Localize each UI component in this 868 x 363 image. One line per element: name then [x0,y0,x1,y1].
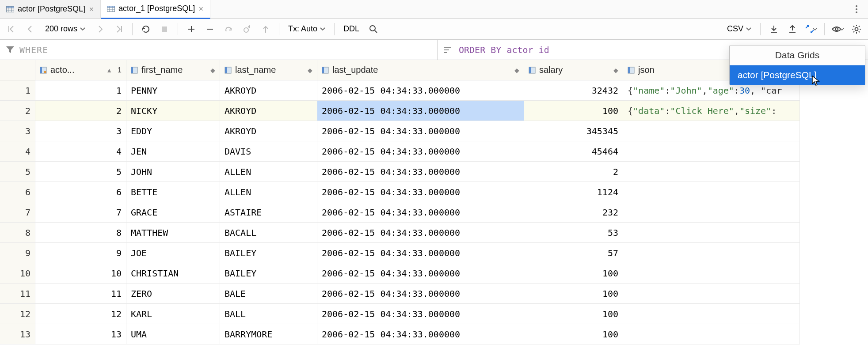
import-button[interactable] [784,21,800,37]
cell-actor-id[interactable]: 3 [35,121,126,141]
row-number[interactable]: 1 [0,80,35,101]
cell-last-update[interactable]: 2006-02-15 04:34:33.000000 [317,101,524,121]
cell-last-name[interactable]: BALE [220,284,317,304]
cell-salary[interactable]: 345345 [524,121,623,141]
cell-actor-id[interactable]: 9 [35,243,126,263]
row-number[interactable]: 13 [0,324,35,344]
cell-first-name[interactable]: BETTE [126,182,220,202]
cell-json[interactable]: {"data":"Click Here","size": [623,101,800,121]
rows-limit-dropdown[interactable]: 200 rows [41,23,90,35]
cell-salary[interactable]: 100 [524,263,623,284]
cell-first-name[interactable]: ZERO [126,284,220,304]
cell-actor-id[interactable]: 13 [35,324,126,344]
tx-mode-dropdown[interactable]: Tx: Auto [285,24,329,34]
cell-first-name[interactable]: PENNY [126,80,220,101]
row-number[interactable]: 2 [0,101,35,121]
cell-last-name[interactable]: DAVIS [220,141,317,162]
cell-salary[interactable]: 232 [524,202,623,223]
prev-page-button[interactable] [22,21,38,37]
row-number[interactable]: 8 [0,223,35,243]
cell-first-name[interactable]: UMA [126,324,220,344]
cell-salary[interactable]: 57 [524,243,623,263]
cell-json[interactable] [623,182,800,202]
cell-last-name[interactable]: BACALL [220,223,317,243]
cell-last-update[interactable]: 2006-02-15 04:34:33.000000 [317,182,524,202]
row-number[interactable]: 6 [0,182,35,202]
cell-actor-id[interactable]: 12 [35,304,126,324]
cell-first-name[interactable]: JEN [126,141,220,162]
cell-last-name[interactable]: ASTAIRE [220,202,317,223]
cell-salary[interactable]: 100 [524,101,623,121]
tab-actor[interactable]: actor [PostgreSQL] ✕ [0,0,101,18]
cell-salary[interactable]: 100 [524,284,623,304]
cell-last-update[interactable]: 2006-02-15 04:34:33.000000 [317,324,524,344]
cell-first-name[interactable]: NICKY [126,101,220,121]
cell-actor-id[interactable]: 7 [35,202,126,223]
cell-last-update[interactable]: 2006-02-15 04:34:33.000000 [317,121,524,141]
cell-json[interactable] [623,202,800,223]
cell-actor-id[interactable]: 10 [35,263,126,284]
col-last-update[interactable]: last_update ◆ [317,60,524,80]
cell-json[interactable] [623,284,800,304]
cell-last-name[interactable]: AKROYD [220,80,317,101]
cell-first-name[interactable]: JOHN [126,162,220,182]
tab-actor-1[interactable]: actor_1 [PostgreSQL] ✕ [101,0,210,19]
stop-button[interactable] [156,21,172,37]
cell-actor-id[interactable]: 4 [35,141,126,162]
cell-last-name[interactable]: BALL [220,304,317,324]
search-button[interactable] [365,21,381,37]
cell-salary[interactable]: 100 [524,304,623,324]
cell-last-update[interactable]: 2006-02-15 04:34:33.000000 [317,284,524,304]
cell-last-name[interactable]: BARRYMORE [220,324,317,344]
where-filter[interactable]: WHERE [0,40,438,60]
cell-last-update[interactable]: 2006-02-15 04:34:33.000000 [317,80,524,101]
cell-json[interactable] [623,243,800,263]
col-last-name[interactable]: last_name ◆ [220,60,317,80]
cell-actor-id[interactable]: 6 [35,182,126,202]
cell-json[interactable] [623,324,800,344]
ddl-button[interactable]: DDL [340,24,363,34]
cell-last-name[interactable]: ALLEN [220,182,317,202]
row-number[interactable]: 12 [0,304,35,324]
cell-last-update[interactable]: 2006-02-15 04:34:33.000000 [317,304,524,324]
view-mode-button[interactable] [830,21,846,37]
cell-actor-id[interactable]: 11 [35,284,126,304]
cell-actor-id[interactable]: 1 [35,80,126,101]
cell-json[interactable] [623,263,800,284]
cell-actor-id[interactable]: 5 [35,162,126,182]
first-page-button[interactable] [4,21,19,37]
cell-last-update[interactable]: 2006-02-15 04:34:33.000000 [317,141,524,162]
cell-first-name[interactable]: JOE [126,243,220,263]
cell-last-update[interactable]: 2006-02-15 04:34:33.000000 [317,263,524,284]
row-number[interactable]: 9 [0,243,35,263]
cell-last-update[interactable]: 2006-02-15 04:34:33.000000 [317,202,524,223]
cell-last-update[interactable]: 2006-02-15 04:34:33.000000 [317,162,524,182]
cell-json[interactable] [623,162,800,182]
compare-button[interactable] [803,21,819,37]
cell-salary[interactable]: 100 [524,324,623,344]
close-icon[interactable]: ✕ [198,5,204,12]
cell-first-name[interactable]: GRACE [126,202,220,223]
cell-first-name[interactable]: KARL [126,304,220,324]
popup-item-actor[interactable]: actor [PostgreSQL] [730,65,865,85]
cell-last-name[interactable]: ALLEN [220,162,317,182]
settings-button[interactable] [849,21,864,37]
col-actor-id[interactable]: acto... ▲ 1 [35,60,126,80]
reload-button[interactable] [138,21,154,37]
export-format-dropdown[interactable]: CSV [723,24,755,34]
order-by-filter[interactable]: ORDER BY actor_id [438,40,549,60]
cell-last-name[interactable]: AKROYD [220,121,317,141]
add-row-button[interactable] [183,21,199,37]
row-number[interactable]: 10 [0,263,35,284]
cell-actor-id[interactable]: 2 [35,101,126,121]
last-page-button[interactable] [111,21,127,37]
row-number[interactable]: 11 [0,284,35,304]
cell-last-name[interactable]: AKROYD [220,101,317,121]
cell-last-name[interactable]: BAILEY [220,263,317,284]
col-salary[interactable]: salary ◆ [524,60,623,80]
cell-salary[interactable]: 2 [524,162,623,182]
cell-json[interactable] [623,223,800,243]
cell-last-update[interactable]: 2006-02-15 04:34:33.000000 [317,223,524,243]
cell-last-name[interactable]: BAILEY [220,243,317,263]
row-number[interactable]: 5 [0,162,35,182]
